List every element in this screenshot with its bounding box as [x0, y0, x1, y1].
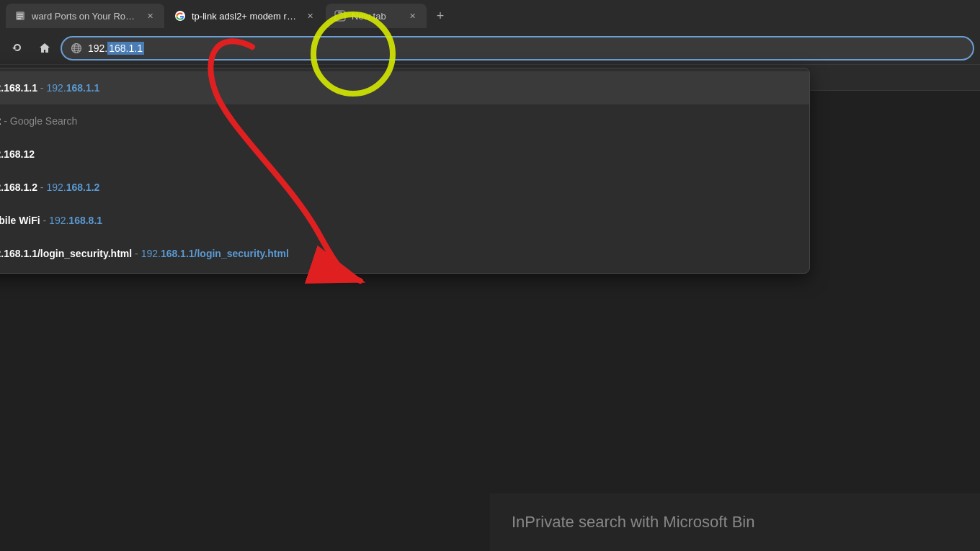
- dropdown-text-6: 192.168.1.1/login_security.html - 192.16…: [0, 248, 289, 259]
- tab-2-icon: [174, 10, 186, 22]
- dropdown-text-4: 192.168.1.2 - 192.168.1.2: [0, 182, 99, 193]
- svg-rect-2: [17, 16, 23, 17]
- dropdown-item-1[interactable]: 192.168.1.1 - 192.168.1.1: [0, 71, 809, 104]
- dropdown-text-5: Mobile WiFi - 192.168.8.1: [0, 215, 102, 226]
- svg-rect-1: [17, 14, 23, 15]
- dropdown-item-6[interactable]: 192.168.1.1/login_security.html - 192.16…: [0, 237, 809, 270]
- main-content: InPrivate search with Microsoft Bin: [490, 493, 980, 551]
- tab-1-title: ward Ports on Your Router fo: [32, 11, 138, 22]
- address-dropdown: 192.168.1.1 - 192.168.1.1 192 - Google S…: [0, 68, 810, 274]
- svg-rect-3: [17, 18, 21, 19]
- address-bar[interactable]: 192.168.1.1: [61, 36, 974, 61]
- nav-bar: 192.168.1.1 192.168.1.1 - 192.168.1.1: [0, 32, 980, 65]
- svg-rect-6: [338, 12, 342, 14]
- home-button[interactable]: [33, 37, 56, 60]
- dropdown-item-4[interactable]: 192.168.1.2 - 192.168.1.2: [0, 171, 809, 204]
- tab-1-icon: [14, 10, 26, 22]
- address-globe-icon: [71, 42, 82, 54]
- tab-2-title: tp-link adsl2+ modem router IP: [192, 11, 298, 22]
- dropdown-text-2: 192 - Google Search: [0, 115, 77, 127]
- address-text[interactable]: 192.168.1.1: [88, 42, 964, 54]
- dropdown-item-2[interactable]: 192 - Google Search: [0, 104, 809, 138]
- tab-3[interactable]: New tab ✕: [326, 4, 427, 28]
- tab-3-icon: [334, 10, 346, 22]
- tab-1[interactable]: ward Ports on Your Router fo ✕: [6, 4, 164, 28]
- address-bar-wrapper: 192.168.1.1 192.168.1.1 - 192.168.1.1: [61, 36, 974, 61]
- dropdown-text-3: 192.168.12: [0, 148, 35, 160]
- new-tab-button[interactable]: +: [428, 4, 453, 28]
- reload-button[interactable]: [6, 37, 29, 60]
- dropdown-item-5[interactable]: W Mobile WiFi - 192.168.8.1: [0, 204, 809, 237]
- tab-bar: ward Ports on Your Router fo ✕ tp-link a…: [0, 0, 980, 32]
- tab-2[interactable]: tp-link adsl2+ modem router IP ✕: [166, 4, 324, 28]
- bing-text: InPrivate search with Microsoft Bin: [512, 513, 754, 532]
- tab-3-title: New tab: [352, 11, 401, 22]
- tab-1-close[interactable]: ✕: [144, 10, 156, 22]
- dropdown-item-3[interactable]: 192.168.12: [0, 138, 809, 171]
- dropdown-text-1: 192.168.1.1 - 192.168.1.1: [0, 82, 99, 94]
- address-selected-text: 168.1.1: [107, 42, 144, 55]
- tab-3-close[interactable]: ✕: [406, 10, 418, 22]
- tab-2-close[interactable]: ✕: [304, 10, 316, 22]
